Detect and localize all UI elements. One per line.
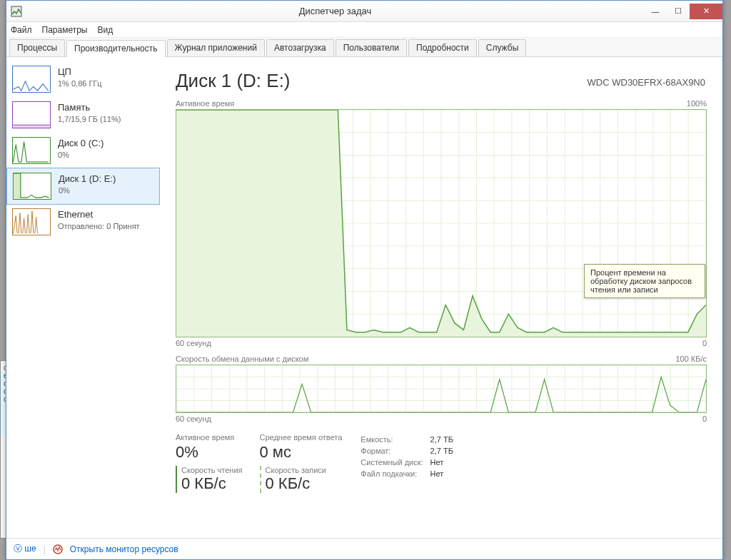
sidebar-item-sub: 0%	[58, 150, 104, 161]
stat-response-value: 0 мс	[260, 443, 343, 462]
transfer-rate-chart[interactable]	[176, 365, 707, 413]
info-pagefile-label: Файл подкачки:	[361, 469, 428, 479]
divider: |	[44, 544, 46, 554]
sidebar-item-disk0[interactable]: Диск 0 (C:)0%	[6, 133, 160, 168]
memory-sparkline-icon	[13, 102, 50, 128]
stat-active-label: Активное время	[176, 433, 243, 442]
info-system-value: Нет	[430, 457, 459, 467]
sidebar-item-sub: 1,7/15,9 ГБ (11%)	[58, 114, 121, 125]
task-manager-window: Диспетчер задач — ☐ ✕ Файл Параметры Вид…	[6, 0, 723, 560]
sidebar-item-sub: 1% 0,86 ГГц	[58, 78, 102, 89]
fewer-details-toggle[interactable]: ⓥ ше	[14, 543, 36, 555]
info-system-label: Системный диск:	[361, 457, 428, 467]
app-icon	[11, 6, 22, 17]
sidebar-item-label: Диск 1 (D: E:)	[59, 173, 116, 185]
chart1-label: Активное время	[176, 99, 234, 108]
stat-write-value: 0 КБ/с	[266, 474, 343, 493]
footer: ⓥ ше | Открыть монитор ресурсов	[6, 538, 722, 559]
titlebar[interactable]: Диспетчер задач — ☐ ✕	[6, 1, 722, 22]
minimize-button[interactable]: —	[644, 4, 667, 19]
menu-view[interactable]: Вид	[97, 25, 113, 35]
active-time-chart[interactable]	[176, 109, 707, 337]
stat-response-label: Среднее время ответа	[260, 433, 343, 442]
window-title: Диспетчер задач	[26, 6, 644, 16]
chart-x-left: 60 секунд	[176, 339, 211, 347]
info-formatted-value: 2,7 ТБ	[430, 446, 459, 456]
menubar: Файл Параметры Вид	[6, 22, 722, 38]
sidebar-item-sub: Отправлено: 0 Принят	[58, 221, 140, 232]
sidebar-item-disk1[interactable]: Диск 1 (D: E:)0%	[6, 168, 160, 205]
disk-model: WDC WD30EFRX-68AX9N0	[588, 77, 705, 88]
close-button[interactable]: ✕	[690, 4, 722, 19]
menu-file[interactable]: Файл	[11, 25, 32, 35]
chart2-label: Скорость обмена данными с диском	[176, 355, 308, 363]
stat-read-value: 0 КБ/с	[181, 474, 243, 493]
sidebar-item-label: Ethernet	[58, 208, 140, 221]
stat-read-label: Скорость чтения	[181, 466, 243, 474]
svg-rect-3	[14, 173, 20, 199]
performance-detail: Диск 1 (D: E:) WDC WD30EFRX-68AX9N0 Акти…	[160, 57, 722, 538]
tab-users[interactable]: Пользователи	[336, 39, 407, 56]
menu-options[interactable]: Параметры	[42, 25, 88, 35]
chart-x-right: 0	[702, 339, 707, 347]
disk-sparkline-icon	[13, 138, 50, 163]
chart2-ymax: 100 КБ/с	[675, 355, 707, 363]
sidebar-item-sub: 0%	[59, 185, 116, 196]
tab-performance[interactable]: Производительность	[66, 40, 165, 57]
open-resource-monitor-link[interactable]: Открыть монитор ресурсов	[70, 544, 178, 554]
chart-x-left: 60 секунд	[176, 414, 211, 423]
sidebar-item-label: ЦП	[58, 66, 102, 78]
tab-app-history[interactable]: Журнал приложений	[167, 39, 265, 56]
stat-write-label: Скорость записи	[266, 466, 343, 474]
sidebar-item-ethernet[interactable]: EthernetОтправлено: 0 Принят	[6, 204, 160, 240]
chart-tooltip: Процент времени на обработку диском запр…	[584, 264, 705, 298]
sidebar-item-label: Память	[58, 101, 121, 114]
svg-point-83	[54, 545, 62, 554]
disk-info-table: Емкость:2,7 ТБ Формат:2,7 ТБ Системный д…	[359, 433, 460, 480]
tab-details[interactable]: Подробности	[408, 39, 477, 56]
maximize-button[interactable]: ☐	[667, 4, 690, 19]
sidebar-item-cpu[interactable]: ЦП1% 0,86 ГГц	[6, 61, 160, 97]
sidebar-item-label: Диск 0 (C:)	[58, 137, 104, 150]
performance-sidebar: ЦП1% 0,86 ГГц Память1,7/15,9 ГБ (11%) Ди…	[6, 57, 160, 538]
info-capacity-value: 2,7 ТБ	[430, 434, 459, 444]
tab-processes[interactable]: Процессы	[9, 39, 65, 56]
chart1-ymax: 100%	[687, 99, 707, 108]
tab-strip: Процессы Производительность Журнал прило…	[6, 38, 722, 57]
info-capacity-label: Емкость:	[361, 434, 428, 444]
monitor-icon	[53, 544, 63, 554]
sidebar-item-memory[interactable]: Память1,7/15,9 ГБ (11%)	[6, 97, 160, 133]
disk-sparkline-icon	[14, 173, 51, 199]
tab-services[interactable]: Службы	[478, 39, 526, 56]
stat-active-value: 0%	[176, 443, 243, 462]
stats-row: Активное время 0% Скорость чтения 0 КБ/с…	[176, 433, 707, 493]
cpu-sparkline-icon	[13, 66, 50, 92]
ethernet-sparkline-icon	[13, 209, 50, 235]
info-pagefile-value: Нет	[430, 469, 459, 479]
svg-rect-1	[13, 125, 49, 128]
tab-startup[interactable]: Автозагрузка	[266, 39, 334, 56]
chart-x-right: 0	[702, 414, 707, 423]
info-formatted-label: Формат:	[361, 446, 428, 456]
